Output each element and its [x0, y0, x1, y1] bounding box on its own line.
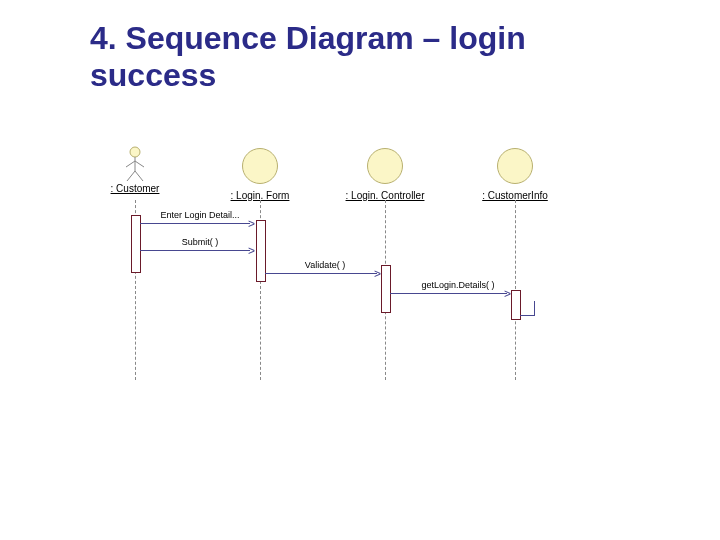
activation-logincontroller — [381, 265, 391, 313]
entity-icon — [497, 148, 533, 184]
arrow-line — [140, 250, 250, 251]
arrow-line — [140, 223, 250, 224]
actor-icon — [122, 145, 148, 183]
svg-point-0 — [130, 147, 140, 157]
return-icon — [520, 301, 535, 316]
participant-loginform: : Login. Form — [205, 148, 315, 201]
svg-line-3 — [135, 161, 144, 167]
participant-label: : Customer — [80, 183, 190, 194]
svg-line-5 — [135, 171, 143, 181]
svg-line-4 — [127, 171, 135, 181]
arrow-head-icon: > — [374, 271, 381, 277]
page-title: 4. Sequence Diagram – login success — [90, 20, 650, 94]
participant-customerinfo: : CustomerInfo — [460, 148, 570, 201]
sequence-diagram: : Customer : Login. Form : Login. Contro… — [90, 145, 650, 495]
arrow-head-icon: > — [248, 221, 255, 227]
arrow-head-icon: > — [504, 291, 511, 297]
message-validate: Validate( ) — [290, 260, 360, 270]
arrow-line — [265, 273, 377, 274]
svg-line-2 — [126, 161, 135, 167]
participant-customer: : Customer — [80, 145, 190, 194]
boundary-icon — [242, 148, 278, 184]
arrow-head-icon: > — [248, 248, 255, 254]
message-submit: Submit( ) — [170, 237, 230, 247]
message-enter-details: Enter Login Detail... — [145, 210, 255, 220]
participant-logincontroller: : Login. Controller — [330, 148, 440, 201]
control-icon — [367, 148, 403, 184]
message-getdetails: getLogin.Details( ) — [408, 280, 508, 290]
arrow-line — [390, 293, 507, 294]
